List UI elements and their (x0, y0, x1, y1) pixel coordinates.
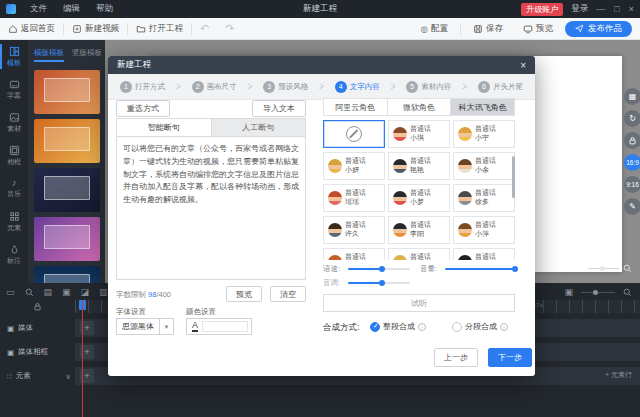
clear-text-button[interactable]: 清空 (270, 286, 306, 302)
upgrade-account-button[interactable]: 升级账户 (521, 3, 563, 16)
menu-help[interactable]: 帮助 (88, 3, 121, 15)
maximize-icon[interactable]: □ (614, 4, 619, 14)
next-step-button[interactable]: 下一步 (488, 348, 532, 367)
voice-option[interactable]: 普通话小余 (453, 152, 515, 180)
close-icon[interactable]: × (520, 60, 526, 71)
tab-microsoft-voices[interactable]: 微软角色 (388, 99, 452, 115)
template-thumbnail[interactable] (34, 217, 100, 261)
canvas-zoom-control[interactable] (588, 264, 632, 273)
template-thumbnail[interactable] (34, 266, 100, 283)
step-text-content[interactable]: 4文字内容 (335, 81, 380, 93)
timeline-zoom-slider[interactable] (581, 292, 615, 293)
tab-smart-segment[interactable]: 智能断句 (117, 119, 212, 136)
voice-option[interactable]: 普通话小妍 (323, 152, 385, 180)
voice-avatar (458, 159, 472, 173)
zoom-slider[interactable] (588, 268, 619, 269)
step-preset-style[interactable]: 3预设风格 (263, 81, 308, 93)
undo-button[interactable]: ↶ (192, 22, 217, 35)
sidebar-item-music[interactable]: ♪ 音乐 (0, 172, 28, 205)
step-intro-outro[interactable]: 6片头片尾 (478, 81, 523, 93)
step-open-method[interactable]: 1打开方式 (120, 81, 165, 93)
close-icon[interactable]: × (629, 4, 634, 14)
voice-option[interactable]: 普通话许久 (323, 216, 385, 244)
magnifier-icon[interactable] (623, 288, 632, 297)
voice-grid-scrollbar[interactable] (512, 156, 515, 198)
clip-icon[interactable]: ▭ (6, 287, 15, 297)
mask-icon[interactable]: ◪ (81, 287, 90, 297)
voice-option[interactable]: 普通话小宇 (453, 120, 515, 148)
step-material-content[interactable]: 5素材内容 (406, 81, 451, 93)
template-thumbnail[interactable] (34, 168, 100, 212)
elements-icon (9, 211, 20, 222)
color-swatch[interactable] (202, 321, 248, 332)
voice-option[interactable]: 普通话徐多 (453, 184, 515, 212)
sidebar-item-template[interactable]: 模板 (0, 40, 28, 73)
publish-button[interactable]: 发布作品 (565, 21, 632, 37)
tab-vertical-templates[interactable]: 竖版模板 (72, 48, 102, 62)
redo-button[interactable]: ↷ (217, 22, 242, 35)
audition-button[interactable]: 试听 (323, 294, 515, 312)
voice-option[interactable]: 普通话楚楚 (453, 248, 515, 260)
new-video-button[interactable]: 新建视频 (64, 23, 127, 35)
radio-whole-synthesis[interactable]: 整段合成 i (370, 321, 426, 332)
sidebar-item-annotation[interactable]: 标注 (0, 238, 28, 271)
rotate-tool-button[interactable]: ↻ (624, 110, 640, 127)
tab-horizontal-templates[interactable]: 横版模板 (34, 48, 64, 62)
font-color-picker[interactable]: A (186, 318, 252, 335)
fit-icon[interactable]: ▣ (564, 287, 573, 297)
login-button[interactable]: 登录 (571, 3, 588, 15)
sidebar-item-material[interactable]: 素材 (0, 106, 28, 139)
voice-option[interactable]: 普通话李阳 (388, 216, 450, 244)
menu-edit[interactable]: 编辑 (55, 3, 88, 15)
menu-file[interactable]: 文件 (22, 3, 55, 15)
board-icon[interactable]: ▥ (99, 287, 108, 297)
previous-step-button[interactable]: 上一步 (434, 348, 478, 367)
sidebar-item-subtitle[interactable]: 字幕 (0, 73, 28, 106)
template-thumbnail[interactable] (34, 70, 100, 114)
speed-slider[interactable] (348, 268, 410, 270)
template-thumbnail[interactable] (34, 119, 100, 163)
collapse-icon[interactable]: ∨ (66, 372, 76, 381)
voice-option[interactable]: 普通话艳艳 (388, 152, 450, 180)
home-button[interactable]: 返回首页 (0, 23, 63, 35)
voice-option[interactable]: 普通话子瑶 (323, 248, 385, 260)
lock-icon[interactable] (33, 302, 42, 311)
config-button[interactable]: ◎配置 (413, 23, 456, 35)
preview-text-button[interactable]: 预览 (226, 286, 262, 302)
playhead-line[interactable] (82, 300, 83, 417)
voice-option[interactable]: 普通话小梦 (388, 184, 450, 212)
ratio-9-16-button[interactable]: 9:16 (624, 176, 640, 193)
grid-tool-button[interactable]: ▦ (624, 88, 640, 105)
import-text-button[interactable]: 导入文本 (252, 100, 306, 117)
minimize-icon[interactable]: — (596, 4, 605, 14)
media-icon[interactable]: ▣ (62, 287, 71, 297)
folder-icon (136, 24, 146, 34)
radio-segment-synthesis[interactable]: 分段合成 i (452, 321, 508, 332)
save-button[interactable]: 保存 (465, 23, 511, 35)
ratio-16-9-button[interactable]: 16:9 (624, 154, 640, 171)
add-element-row-button[interactable]: + 元素行 (605, 370, 632, 380)
lock-tool-button[interactable] (624, 132, 640, 149)
pencil-tool-button[interactable]: ✎ (624, 198, 640, 215)
tab-manual-segment[interactable]: 人工断句 (212, 119, 306, 136)
search-icon[interactable] (25, 288, 34, 297)
chart-icon[interactable]: ▤ (44, 287, 53, 297)
sidebar-item-frame[interactable]: 相框 (0, 139, 28, 172)
tab-aliyun-voices[interactable]: 阿里云角色 (324, 99, 388, 115)
tab-iflytek-voices[interactable]: 科大讯飞角色 (451, 99, 514, 115)
step-canvas-size[interactable]: 2画布尺寸 (192, 81, 237, 93)
voice-option[interactable]: 普通话瑶瑶 (323, 184, 385, 212)
font-select[interactable]: 思源黑体 ▾ (116, 318, 174, 335)
volume-slider[interactable] (445, 268, 515, 270)
voice-option[interactable]: 普通话小娜 (388, 248, 450, 260)
template-panel: 横版模板 竖版模板 (28, 40, 105, 283)
reselect-method-button[interactable]: 重选方式 (116, 100, 170, 117)
pitch-slider[interactable] (348, 282, 410, 284)
voice-option[interactable]: 普通话小琪 (388, 120, 450, 148)
script-text-input[interactable]: 可以将您已有的文章（公众号，百家号或者网络文章）一键式转为生动的视频，您只需要简… (117, 137, 305, 213)
voice-option[interactable]: 普通话小萍 (453, 216, 515, 244)
sidebar-item-elements[interactable]: 元素 (0, 205, 28, 238)
open-project-button[interactable]: 打开工程 (128, 23, 191, 35)
voice-option-none[interactable] (323, 120, 385, 148)
preview-button[interactable]: 预览 (515, 23, 561, 35)
